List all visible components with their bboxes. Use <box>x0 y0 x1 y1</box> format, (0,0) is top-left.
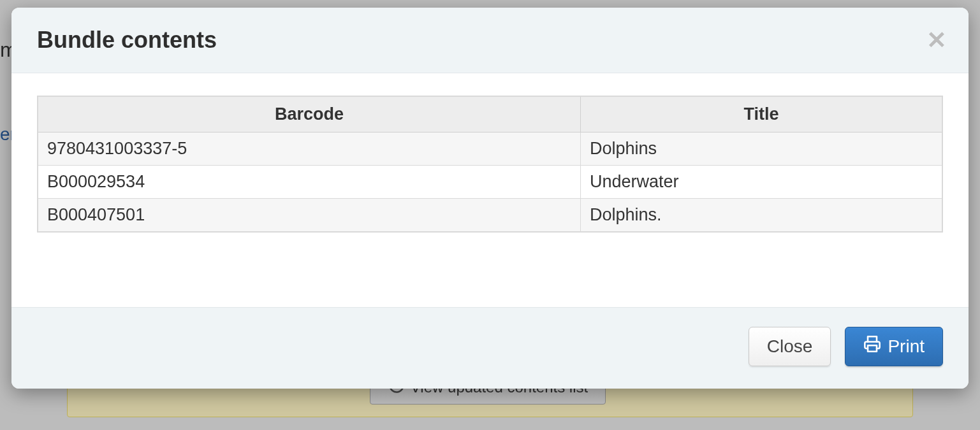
print-button-label: Print <box>888 336 925 357</box>
table-row: B000029534 Underwater <box>38 166 942 199</box>
table-row: B000407501 Dolphins. <box>38 199 942 233</box>
cell-title: Dolphins <box>580 133 942 166</box>
contents-table: Barcode Title 9780431003337-5 Dolphins B… <box>37 96 943 233</box>
cell-barcode: B000407501 <box>38 199 580 233</box>
modal-title: Bundle contents <box>37 27 943 54</box>
close-button-label: Close <box>767 336 813 357</box>
modal-header: Bundle contents ✕ <box>11 8 969 73</box>
table-header-row: Barcode Title <box>38 96 942 133</box>
print-button[interactable]: Print <box>845 327 943 366</box>
cell-barcode: 9780431003337-5 <box>38 133 580 166</box>
modal-body: Barcode Title 9780431003337-5 Dolphins B… <box>11 73 969 307</box>
column-header-barcode: Barcode <box>38 96 580 133</box>
cell-title: Underwater <box>580 166 942 199</box>
table-row: 9780431003337-5 Dolphins <box>38 133 942 166</box>
print-icon <box>863 335 881 358</box>
close-icon[interactable]: ✕ <box>926 28 947 52</box>
cell-barcode: B000029534 <box>38 166 580 199</box>
bundle-contents-modal: Bundle contents ✕ Barcode Title 97804310… <box>11 8 969 389</box>
svg-rect-0 <box>868 346 877 352</box>
close-button[interactable]: Close <box>749 327 831 366</box>
modal-footer: Close Print <box>11 307 969 389</box>
cell-title: Dolphins. <box>580 199 942 233</box>
column-header-title: Title <box>580 96 942 133</box>
